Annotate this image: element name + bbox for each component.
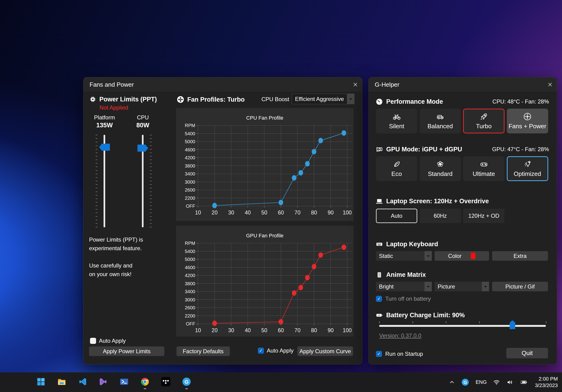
slider-tick	[96, 195, 97, 196]
clock-time: 2:00 PM	[535, 376, 558, 382]
platform-slider-value: 135W	[83, 122, 126, 129]
gpu-mode-optimized-button[interactable]: Optimized	[507, 156, 548, 181]
volume-icon[interactable]	[506, 379, 513, 386]
anime-battery-toggle[interactable]: Turn off on battery	[376, 295, 431, 302]
ghelper-titlebar[interactable]: G-Helper	[369, 77, 557, 92]
chevron-down-icon[interactable]	[482, 282, 489, 291]
anime-mode-value: Picture	[434, 282, 482, 291]
taskbar-tidal-button[interactable]	[159, 374, 172, 390]
performance-mode-header: Performance Mode CPU: 48°C - Fan: 28%	[376, 97, 549, 106]
slider-tick	[150, 163, 152, 164]
apply-custom-curve-button[interactable]: Apply Custom Curve	[297, 347, 353, 356]
slider-tick	[96, 209, 97, 210]
laptop-icon	[376, 198, 383, 205]
platform-slider-handle[interactable]	[99, 144, 110, 151]
performance-mode-balanced-button[interactable]: Balanced	[420, 109, 461, 133]
auto-apply-checkbox[interactable]	[90, 338, 96, 344]
screen-mode-auto-button[interactable]: Auto	[376, 209, 417, 223]
tray-ghelper-icon[interactable]: G	[461, 378, 469, 386]
button-label: Optimized	[514, 170, 541, 178]
battery-slider-track[interactable]	[379, 325, 546, 327]
cpu-boost-label: CPU Boost	[257, 96, 289, 102]
slider-tick	[96, 174, 97, 174]
cpu-fan-profile-chart[interactable]: RPM540050004600420038003400300026002200O…	[176, 108, 353, 221]
taskbar-vscode-button[interactable]	[76, 374, 89, 390]
button-label: Fans + Power	[508, 123, 546, 130]
battery-limit-slider-handle[interactable]	[510, 320, 515, 329]
ghelper-icon: G	[182, 377, 191, 387]
svg-text:80: 80	[311, 327, 317, 333]
laptop-screen-title: Laptop Screen: 120Hz + Overdrive	[386, 198, 489, 205]
screen-mode-120hz-od-button[interactable]: 120Hz + OD	[463, 209, 504, 223]
svg-text:2600: 2600	[185, 305, 195, 310]
gpu-fan-profile-chart[interactable]: RPM540050004600420038003400300026002200O…	[176, 226, 353, 337]
slider-tick	[96, 149, 97, 149]
slider-tick	[96, 177, 97, 178]
tray-chevron-up-icon[interactable]	[449, 379, 455, 385]
run-on-startup-checkbox[interactable]	[376, 351, 382, 357]
run-on-startup-toggle[interactable]: Run on Startup	[376, 351, 423, 357]
cpu-boost-dropdown[interactable]: Efficient Aggressive	[292, 94, 354, 104]
language-indicator[interactable]: ENG	[476, 379, 487, 385]
slider-tick	[479, 321, 480, 323]
turn-off-on-battery-checkbox[interactable]	[376, 296, 382, 302]
svg-text:30: 30	[228, 327, 234, 333]
chevron-down-icon[interactable]	[424, 282, 432, 291]
slider-tick	[150, 174, 152, 174]
platform-power-slider[interactable]	[94, 135, 115, 227]
performance-mode-silent-button[interactable]: Silent	[376, 109, 417, 133]
slider-tick	[150, 220, 152, 220]
close-icon[interactable]	[543, 77, 557, 92]
slider-tick	[96, 163, 97, 164]
clock[interactable]: 2:00 PM 3/23/2023	[535, 376, 558, 389]
battery-icon	[376, 312, 383, 319]
wifi-icon[interactable]	[493, 379, 500, 386]
taskbar-start-button[interactable]	[34, 374, 47, 390]
performance-mode-turbo-button[interactable]: Turbo	[463, 109, 504, 133]
screen-mode-60hz-button[interactable]: 60Hz	[420, 209, 461, 223]
keyboard-mode-dropdown[interactable]: Static	[376, 251, 432, 261]
version-link[interactable]: Version: 0.37.0.0	[379, 332, 421, 339]
svg-text:2600: 2600	[185, 187, 195, 192]
curve-auto-apply-checkbox[interactable]	[258, 347, 264, 354]
close-icon[interactable]	[349, 77, 362, 92]
slider-tick	[96, 142, 97, 142]
taskbar-g-helper-button[interactable]: G	[180, 374, 193, 390]
gpu-mode-eco-button[interactable]: Eco	[376, 156, 417, 181]
curve-auto-apply[interactable]: Auto Apply	[258, 347, 294, 354]
slider-tick	[413, 321, 413, 323]
battery-tray-icon[interactable]	[520, 379, 528, 386]
performance-mode-fans-power-button[interactable]: Fans + Power	[507, 109, 548, 133]
slider-tick	[150, 146, 152, 146]
cpu-slider-label: CPU	[122, 114, 164, 121]
keyboard-icon	[376, 241, 383, 248]
cpu-power-slider[interactable]	[133, 135, 153, 227]
gpu-mode-standard-button[interactable]: Standard	[420, 156, 461, 181]
fans-window-titlebar[interactable]: Fans and Power	[83, 77, 362, 92]
power-limits-auto-apply[interactable]: Auto Apply	[90, 337, 126, 344]
car-icon	[436, 112, 445, 121]
anime-picture-gif-button[interactable]: Picture / Gif	[492, 282, 548, 291]
chevron-down-icon[interactable]	[347, 94, 354, 104]
taskbar-visual-studio-button[interactable]	[97, 374, 110, 390]
battery-charge-limit-slider[interactable]	[379, 320, 546, 330]
svg-text:OFF: OFF	[186, 321, 195, 326]
slider-tick	[150, 209, 152, 210]
apply-power-limits-button[interactable]: Apply Power Limits	[89, 347, 164, 356]
matrix-icon	[376, 271, 383, 279]
slider-tick	[150, 199, 152, 199]
chevron-down-icon[interactable]	[424, 251, 432, 261]
gpu-card-icon	[376, 146, 383, 153]
anime-mode-dropdown[interactable]: Picture	[434, 282, 489, 291]
taskbar-file-explorer-button[interactable]	[55, 374, 68, 390]
keyboard-color-button[interactable]: Color	[434, 251, 489, 261]
anime-brightness-dropdown[interactable]: Bright	[376, 282, 432, 291]
factory-defaults-button[interactable]: Factory Defaults	[176, 347, 230, 356]
cpu-slider-handle[interactable]	[138, 145, 148, 152]
taskbar-chrome-button[interactable]	[138, 374, 152, 390]
keyboard-extra-button[interactable]: Extra	[492, 251, 548, 261]
quit-button[interactable]: Quit	[506, 348, 548, 358]
taskbar-powershell-button[interactable]	[117, 374, 131, 390]
gpu-mode-ultimate-button[interactable]: Ultimate	[463, 156, 504, 181]
svg-text:5400: 5400	[185, 249, 195, 254]
